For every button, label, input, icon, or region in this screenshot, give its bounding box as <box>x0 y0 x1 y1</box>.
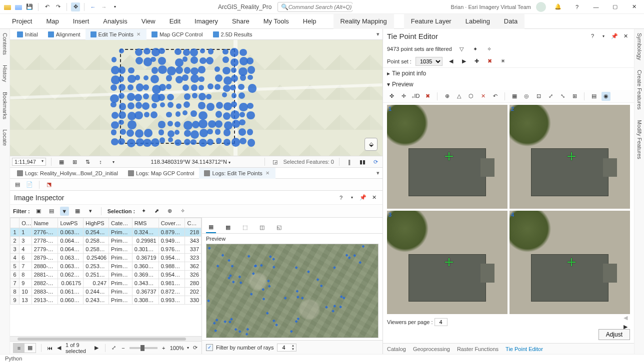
tpe-t11-icon[interactable]: ⊡ <box>534 92 543 101</box>
view-tab-initial[interactable]: Initial <box>12 29 43 40</box>
zoom-out-icon[interactable]: − <box>120 344 126 353</box>
pointset-center-icon[interactable]: ☀ <box>498 57 508 66</box>
log-tab-gcp[interactable]: Logs: Map GCP Control <box>123 168 200 179</box>
zoom-dropdown-icon[interactable]: ▾ <box>187 346 189 350</box>
view-toggle[interactable]: ≡▦ <box>13 343 36 353</box>
tpe-t2-icon[interactable]: ✛ <box>399 92 408 101</box>
table-row[interactable]: 792882-Col0.061750.247Primary0.3437610.9… <box>10 279 202 288</box>
ribbon-tab-analysis[interactable]: Analysis <box>96 14 134 29</box>
filter-extent-icon[interactable]: ▣ <box>34 207 43 216</box>
open-icon[interactable] <box>14 2 23 11</box>
tpe-t8-icon[interactable]: ✕ <box>478 92 488 101</box>
save-icon[interactable]: 💾 <box>25 2 34 11</box>
map-view[interactable]: ⬙ <box>10 40 382 156</box>
pointset-del-icon[interactable]: ✖ <box>486 57 494 66</box>
snap-tool-icon[interactable]: ▦ <box>56 157 66 166</box>
table-row[interactable]: 9132913-Col0.0609620.243847Primary0.3084… <box>10 296 202 305</box>
col-count[interactable]: Cou... <box>185 218 202 228</box>
viewers-per-page-input[interactable] <box>434 318 448 326</box>
tpe-fit-icon[interactable]: ⤢ <box>546 92 555 101</box>
close-icon[interactable]: ✕ <box>627 2 641 12</box>
coordinates[interactable]: 118.3480319°W 34.1143712°N ▾ <box>122 159 260 165</box>
avatar[interactable] <box>536 2 546 12</box>
tpe-expand-icon[interactable]: ⤡ <box>558 92 567 101</box>
tpe-help-icon[interactable]: ? <box>588 31 597 40</box>
rays-spinner[interactable]: ▲▼ <box>277 344 296 352</box>
grid-tool-icon[interactable]: ⊞ <box>70 157 80 166</box>
tpe-t10-icon[interactable]: ◎ <box>522 92 531 101</box>
col-lowps[interactable]: LowPS <box>58 218 84 228</box>
filter-menu-icon[interactable]: ▾ <box>86 207 95 216</box>
notifications-icon[interactable]: 🔔 <box>551 2 565 12</box>
rail-locate[interactable]: Locate <box>2 127 8 148</box>
refresh-icon[interactable]: ⟳ <box>370 157 380 166</box>
rail-create-features[interactable]: Create Features <box>636 68 642 111</box>
command-search-input[interactable] <box>288 4 358 10</box>
preview-tab-5-icon[interactable]: ◱ <box>274 223 284 233</box>
panel-help-icon[interactable]: ? <box>336 193 346 202</box>
rays-up-icon[interactable]: ▲ <box>290 344 296 348</box>
rail-symbology[interactable]: Symbology <box>636 31 642 62</box>
ribbon-tab-imagery[interactable]: Imagery <box>188 14 225 29</box>
ribbon-tab-help[interactable]: Help <box>296 14 324 29</box>
corrections-icon[interactable]: ↕ <box>96 157 106 166</box>
tpe-t3-icon[interactable]: ₊ID <box>411 92 420 101</box>
log-tabs-dropdown-icon[interactable]: ▾ <box>376 170 380 176</box>
tie-point-marker[interactable] <box>445 258 453 266</box>
tpe-t5-icon[interactable]: ⊕ <box>442 92 452 101</box>
scale-selector[interactable]: 1:11,947▾ <box>12 158 46 166</box>
tpe-preview-expander[interactable]: ▾Preview <box>383 79 634 90</box>
tie-point-marker[interactable] <box>445 152 453 160</box>
col-oid[interactable]: O... <box>20 218 32 228</box>
pointset-next-icon[interactable]: ▶ <box>460 57 468 66</box>
minimize-icon[interactable]: — <box>589 2 603 12</box>
adjust-button[interactable]: Adjust <box>598 329 630 340</box>
table-row[interactable]: 8102883-Col0.0610910.244362Primary0.3673… <box>10 288 202 296</box>
tpe-pin-icon[interactable]: 📌 <box>610 31 619 40</box>
btab-catalog[interactable]: Catalog <box>387 346 406 352</box>
filter-rays-checkbox[interactable]: ✓ <box>206 344 213 351</box>
btab-geoprocessing[interactable]: Geoprocessing <box>413 346 450 352</box>
table-row[interactable]: 342779-Col0.0647070.258828Primary0.30100… <box>10 245 202 254</box>
tpe-filter3-icon[interactable]: ✧ <box>485 44 494 53</box>
selection-chip-icon[interactable]: ◲ <box>270 157 280 166</box>
filter-clear-icon[interactable]: ▦ <box>73 207 82 216</box>
redo-icon[interactable]: ↷ <box>54 2 62 11</box>
tpe-close-icon[interactable]: ✕ <box>621 31 630 40</box>
view-tab-25d[interactable]: 2.5D Results <box>208 29 258 40</box>
zoom-slider[interactable] <box>130 347 158 349</box>
tpe-t9-icon[interactable]: ▦ <box>510 92 519 101</box>
view-tab-gcp[interactable]: Map GCP Control <box>146 29 208 40</box>
btab-tpe[interactable]: Tie Point Editor <box>506 346 543 352</box>
viewer-2[interactable]: 2 <box>510 105 630 209</box>
rail-history[interactable]: History <box>2 63 8 84</box>
tpe-t7-icon[interactable]: ⬡ <box>466 92 476 101</box>
user-label[interactable]: Brian · Esri Imagery Virtual Team <box>451 4 531 10</box>
tpe-t4-icon[interactable]: ✖ <box>423 92 432 101</box>
table-h-scrollbar[interactable] <box>10 336 202 341</box>
tpe-filter2-icon[interactable]: ✦ <box>471 44 480 53</box>
filter-on-icon[interactable]: ▼ <box>60 207 69 216</box>
table-row[interactable]: 112776-Col0.0635260.254104Primary0.32487… <box>10 228 202 237</box>
close-tab-icon[interactable]: ✕ <box>136 31 142 37</box>
ribbon-tab-mytools[interactable]: My Tools <box>256 14 296 29</box>
more-tools-icon[interactable]: ▾ <box>108 157 118 166</box>
pause-draw-icon[interactable]: ▮▮ <box>358 157 368 166</box>
help-icon[interactable]: ? <box>570 2 584 12</box>
undo-icon[interactable]: ↶ <box>42 2 52 11</box>
refresh-table-icon[interactable]: ⟳ <box>192 344 198 353</box>
rays-down-icon[interactable]: ▼ <box>290 348 296 351</box>
preview-image[interactable] <box>206 244 378 338</box>
ribbon-tab-edit[interactable]: Edit <box>162 14 188 29</box>
tpe-t13-icon[interactable]: ▤ <box>590 92 598 101</box>
tpe-undo-icon[interactable]: ↶ <box>490 92 500 101</box>
dyn-const-icon[interactable]: ⇅ <box>82 157 92 166</box>
compass-icon[interactable]: ⬙ <box>364 138 378 151</box>
grid-view-icon[interactable]: ▦ <box>24 344 36 353</box>
tpe-t12-icon[interactable]: ⊞ <box>570 92 579 101</box>
ribbon-tab-featurelayer[interactable]: Feature Layer <box>404 14 458 29</box>
col-coverage[interactable]: Coverage <box>158 218 185 228</box>
sel-tool-1-icon[interactable]: ✦ <box>139 207 148 216</box>
viewer-4[interactable]: 4 <box>510 211 630 315</box>
tpe-filter1-icon[interactable]: ▽ <box>457 44 466 53</box>
